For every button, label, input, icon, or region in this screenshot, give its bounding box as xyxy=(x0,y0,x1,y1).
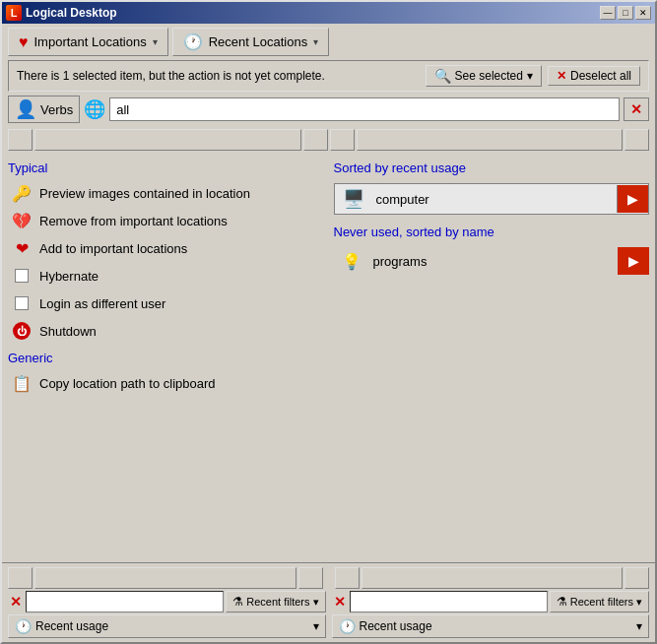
right-panel: Sorted by recent usage 🖥️ computer ▶ Nev… xyxy=(334,157,650,558)
action-login-different-user[interactable]: Login as different user xyxy=(8,291,324,315)
filter2-arrow: ▾ xyxy=(636,596,642,609)
programs-label: programs xyxy=(369,250,619,273)
important-locations-button[interactable]: ♥ Important Locations ▾ xyxy=(8,28,168,56)
programs-action-button[interactable]: ▶ xyxy=(618,247,649,275)
usage2-dropdown[interactable]: 🕐 Recent usage ▾ xyxy=(332,614,650,638)
tab-slot-3[interactable] xyxy=(303,129,328,151)
recent-locations-button[interactable]: 🕐 Recent Locations ▾ xyxy=(172,28,329,56)
bottom-bar: ✕ ⚗ Recent filters ▾ ✕ ⚗ Recent filters … xyxy=(2,562,655,642)
usage1-label: Recent usage xyxy=(35,619,108,633)
filter1-dropdown-button[interactable]: ⚗ Recent filters ▾ xyxy=(226,591,325,612)
search-input[interactable] xyxy=(109,97,620,121)
filter1-label: Recent filters xyxy=(246,596,309,608)
verbs-label: Verbs xyxy=(40,102,73,117)
bottom-tab-2[interactable] xyxy=(34,567,296,589)
bottom-tab-1[interactable] xyxy=(8,567,33,589)
action-preview-label: Preview images contained in location xyxy=(39,186,250,201)
filter1-clear-button[interactable]: ✕ xyxy=(8,594,24,610)
tab-slot-4[interactable] xyxy=(330,129,355,151)
important-locations-label: Important Locations xyxy=(34,34,147,49)
filter2-dropdown-button[interactable]: ⚗ Recent filters ▾ xyxy=(550,591,649,612)
titlebar-left: L Logical Desktop xyxy=(6,5,117,21)
titlebar: L Logical Desktop — □ ✕ xyxy=(2,2,655,24)
see-selected-button[interactable]: 🔍 See selected ▾ xyxy=(426,65,542,87)
usage2-icon: 🕐 xyxy=(339,618,356,634)
filter1-funnel-icon: ⚗ xyxy=(232,595,243,609)
tabs-row xyxy=(8,129,649,151)
clear-button[interactable]: ✕ xyxy=(624,97,649,121)
bottom-tab-5[interactable] xyxy=(361,567,624,589)
action-hybernate-label: Hybernate xyxy=(39,269,99,284)
action-login-label: Login as different user xyxy=(39,296,165,311)
left-panel: Typical 🔑 Preview images contained in lo… xyxy=(8,157,324,558)
action-remove-important[interactable]: 💔 Remove from important locations xyxy=(8,209,324,232)
main-content: Typical 🔑 Preview images contained in lo… xyxy=(2,153,655,562)
key-icon: 🔑 xyxy=(12,183,32,203)
usage1-arrow: ▾ xyxy=(313,619,319,633)
status-actions: 🔍 See selected ▾ ✕ Deselect all xyxy=(426,65,640,87)
bottom-tab-3[interactable] xyxy=(298,567,323,589)
window-controls: — □ ✕ xyxy=(600,6,651,20)
filter2-funnel-icon: ⚗ xyxy=(557,595,567,609)
computer-icon: 🖥️ xyxy=(335,184,372,214)
filter1-input[interactable] xyxy=(26,591,224,612)
clock-icon: 🕐 xyxy=(183,32,203,51)
programs-action-icon: ▶ xyxy=(628,253,639,269)
status-bar: There is 1 selected item, but the action… xyxy=(8,60,649,92)
usage1-dropdown[interactable]: 🕐 Recent usage ▾ xyxy=(8,614,326,638)
search-bar: 👤 Verbs 🌐 ✕ xyxy=(8,96,649,123)
deselect-x-icon: ✕ xyxy=(557,69,566,83)
action-copy-label: Copy location path to clipboard xyxy=(39,376,216,391)
bottom-filter-row: ✕ ⚗ Recent filters ▾ ✕ ⚗ Recent filters … xyxy=(8,591,649,612)
bottom-tab-6[interactable] xyxy=(624,567,649,589)
see-selected-arrow: ▾ xyxy=(527,69,533,83)
app-icon: L xyxy=(6,5,22,21)
tab-slot-2[interactable] xyxy=(34,129,301,151)
shutdown-icon: ⏻ xyxy=(12,321,32,341)
deselect-all-button[interactable]: ✕ Deselect all xyxy=(548,66,640,86)
action-preview-images[interactable]: 🔑 Preview images contained in location xyxy=(8,181,324,205)
login-checkbox-icon xyxy=(12,293,32,313)
typical-header: Typical xyxy=(8,161,324,175)
tab-slot-1[interactable] xyxy=(8,129,33,151)
app-window: L Logical Desktop — □ ✕ ♥ Important Loca… xyxy=(0,0,657,644)
programs-row[interactable]: 💡 programs ▶ xyxy=(334,247,650,275)
tab-slot-5[interactable] xyxy=(357,129,624,151)
usage2-label: Recent usage xyxy=(360,619,432,633)
minimize-button[interactable]: — xyxy=(600,6,616,20)
computer-action-button[interactable]: ▶ xyxy=(617,185,648,213)
action-copy-clipboard[interactable]: 📋 Copy location path to clipboard xyxy=(8,371,324,395)
sorted-recent-header: Sorted by recent usage xyxy=(334,161,650,175)
filter2-input[interactable] xyxy=(350,591,548,612)
filter2-label: Recent filters xyxy=(570,596,633,608)
filter-group-2: ✕ ⚗ Recent filters ▾ xyxy=(332,591,650,612)
window-title: Logical Desktop xyxy=(26,6,117,20)
filter2-clear-button[interactable]: ✕ xyxy=(332,594,348,610)
computer-action-icon: ▶ xyxy=(627,191,638,207)
recent-locations-arrow: ▾ xyxy=(313,36,318,47)
toolbar: ♥ Important Locations ▾ 🕐 Recent Locatio… xyxy=(2,24,655,60)
programs-icon: 💡 xyxy=(334,248,369,275)
action-shutdown[interactable]: ⏻ Shutdown xyxy=(8,319,324,343)
computer-location-row[interactable]: 🖥️ computer ▶ xyxy=(334,183,650,215)
action-add-important[interactable]: ❤ Add to important locations xyxy=(8,236,324,260)
close-button[interactable]: ✕ xyxy=(635,6,651,20)
important-locations-arrow: ▾ xyxy=(153,36,158,47)
filter-group-1: ✕ ⚗ Recent filters ▾ xyxy=(8,591,326,612)
bottom-tabs-row xyxy=(8,567,649,589)
tab-slot-6[interactable] xyxy=(624,129,649,151)
recent-locations-label: Recent Locations xyxy=(209,34,307,49)
usage2-arrow: ▾ xyxy=(636,619,642,633)
search-left-area: 👤 Verbs xyxy=(8,96,80,123)
maximize-button[interactable]: □ xyxy=(618,6,633,20)
deselect-all-label: Deselect all xyxy=(570,69,631,83)
see-selected-label: See selected xyxy=(455,69,523,83)
glasses-icon: 🔍 xyxy=(434,68,451,84)
action-remove-label: Remove from important locations xyxy=(39,214,228,228)
never-used-header: Never used, sorted by name xyxy=(334,225,650,239)
bottom-tab-4[interactable] xyxy=(335,567,360,589)
person-icon: 👤 xyxy=(15,98,36,120)
computer-label: computer xyxy=(372,188,618,211)
status-message: There is 1 selected item, but the action… xyxy=(17,69,426,83)
action-hybernate[interactable]: Hybernate xyxy=(8,264,324,288)
